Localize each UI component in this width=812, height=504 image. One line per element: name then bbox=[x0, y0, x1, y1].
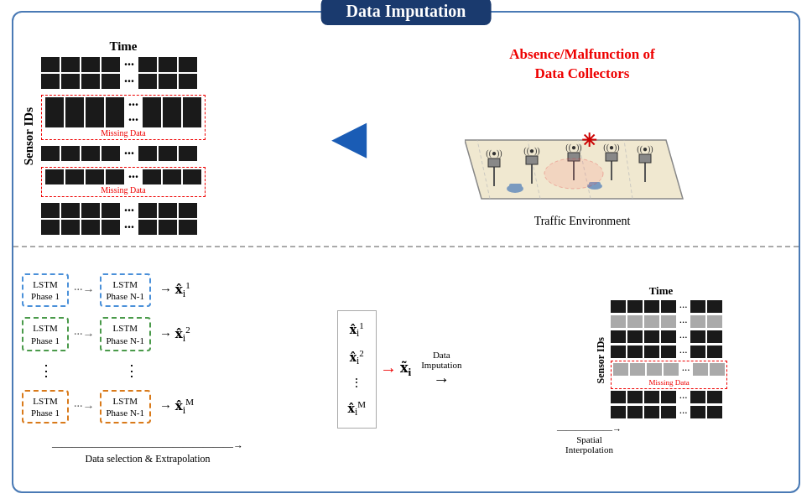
cell bbox=[143, 169, 161, 184]
lstm-row-1: LSTMPhase 1 ···→ LSTMPhase N-1 → x̂i1 bbox=[22, 273, 273, 308]
cell bbox=[81, 74, 100, 89]
result-cell bbox=[661, 330, 676, 343]
lstm-box-blue-n1: LSTMPhase N-1 bbox=[100, 273, 152, 308]
svg-text:✳: ✳ bbox=[581, 130, 597, 151]
dots: ··· bbox=[124, 203, 134, 218]
xhat-1-label: → x̂i1 bbox=[159, 280, 190, 300]
result-matrix-row-gray: ··· bbox=[611, 315, 728, 329]
cell bbox=[41, 146, 60, 161]
result-cell bbox=[690, 300, 705, 313]
cell bbox=[138, 57, 157, 72]
cell bbox=[102, 74, 120, 89]
result-cell bbox=[690, 346, 705, 358]
data-imputation-arrow: DataImputation → bbox=[421, 350, 461, 389]
cell bbox=[86, 97, 104, 112]
cell bbox=[179, 74, 197, 89]
traffic-label: Traffic Environment bbox=[534, 215, 631, 228]
result-matrix: ··· ··· bbox=[611, 300, 728, 421]
lstm-arrow-icon: ···→ bbox=[74, 283, 95, 297]
result-cell bbox=[707, 406, 722, 418]
result-cell bbox=[611, 300, 626, 313]
vertical-dots: ⋮ ⋮ bbox=[22, 361, 273, 380]
cell bbox=[183, 97, 201, 112]
cell bbox=[138, 74, 157, 89]
matrix-row: ··· bbox=[45, 112, 201, 127]
cell bbox=[102, 146, 120, 161]
missing-data-row-2: ··· Missing Data bbox=[41, 167, 206, 197]
cell bbox=[61, 203, 80, 218]
spatial-interp-label: ——————→ SpatialInterpolation bbox=[557, 424, 622, 455]
top-matrix: ··· ··· bbox=[41, 57, 206, 235]
cell bbox=[106, 97, 124, 112]
result-matrix-row: ··· bbox=[611, 406, 728, 419]
cell bbox=[138, 146, 157, 161]
cell bbox=[81, 146, 100, 161]
arrow-to-xtilde: → bbox=[380, 360, 397, 379]
result-cell bbox=[627, 346, 643, 358]
result-cell bbox=[644, 300, 659, 313]
result-cell-gray bbox=[710, 363, 725, 376]
xhat-2-label: → x̂i2 bbox=[159, 325, 190, 345]
result-cell bbox=[707, 300, 722, 313]
dots: ··· bbox=[679, 346, 688, 359]
data-imputation-label: DataImputation bbox=[421, 350, 461, 370]
interpolation-row: x̂i1 x̂i2 ⋮ x̂iM → x̃i DataImputation → bbox=[273, 256, 532, 483]
cell bbox=[41, 220, 60, 235]
xhat-column: x̂i1 x̂i2 ⋮ x̂iM → x̃i bbox=[337, 310, 412, 428]
cell bbox=[138, 220, 157, 235]
cell bbox=[183, 112, 201, 127]
result-matrix-row: ··· bbox=[611, 346, 728, 359]
result-cell bbox=[644, 346, 659, 358]
dots: ··· bbox=[124, 146, 134, 161]
cell bbox=[159, 220, 177, 235]
dots: ··· bbox=[128, 97, 138, 112]
matrix-row: ··· bbox=[41, 146, 206, 161]
cell bbox=[106, 112, 124, 127]
result-missing-label: Missing Data bbox=[613, 378, 726, 387]
cell bbox=[159, 203, 177, 218]
result-cell bbox=[611, 406, 626, 418]
result-matrix-row: ··· bbox=[611, 300, 728, 314]
dots: ··· bbox=[124, 220, 134, 235]
cell bbox=[106, 169, 124, 184]
dots: ··· bbox=[679, 391, 688, 404]
result-cell bbox=[611, 391, 626, 403]
result-sensor-ids-label: Sensor IDs bbox=[595, 337, 607, 383]
main-arrow: ◀ bbox=[324, 36, 374, 237]
lstm-box-green-1: LSTMPhase 1 bbox=[22, 317, 69, 351]
page-title: Data Imputation bbox=[321, 0, 492, 25]
svg-rect-16 bbox=[606, 153, 617, 161]
matrix-row: ··· bbox=[41, 74, 206, 89]
result-cell bbox=[644, 406, 659, 418]
cell bbox=[179, 203, 197, 218]
cell bbox=[45, 97, 64, 112]
cell bbox=[183, 169, 201, 184]
result-cell-gray bbox=[661, 315, 676, 328]
cell bbox=[102, 220, 120, 235]
result-cell-gray bbox=[644, 315, 659, 328]
cell bbox=[86, 112, 104, 127]
lstm-box-blue-1: LSTMPhase 1 bbox=[22, 273, 69, 308]
cell bbox=[159, 74, 177, 89]
absence-label: Absence/Malfunction of Data Collectors bbox=[509, 45, 654, 82]
missing-data-label: Missing Data bbox=[45, 128, 201, 138]
cell bbox=[41, 57, 60, 72]
lstm-box-orange-1: LSTMPhase 1 bbox=[22, 390, 69, 424]
result-cell bbox=[627, 406, 643, 418]
cell bbox=[61, 220, 80, 235]
dots: ··· bbox=[679, 406, 688, 419]
svg-text:((●)): ((●)) bbox=[603, 143, 619, 153]
lstm-box-green-n1: LSTMPhase N-1 bbox=[100, 317, 152, 351]
cell bbox=[143, 112, 161, 127]
dots: ··· bbox=[679, 315, 688, 329]
lstm-row-2: LSTMPhase 1 ···→ LSTMPhase N-1 → x̂i2 bbox=[22, 317, 273, 351]
right-arrow-icon: → bbox=[433, 370, 450, 389]
sensor-ids-label: Sensor IDs bbox=[22, 107, 36, 165]
cell bbox=[138, 203, 157, 218]
top-section: Sensor IDs Time ··· bbox=[13, 13, 799, 247]
result-cell-gray bbox=[664, 363, 679, 376]
result-cell bbox=[707, 346, 722, 358]
svg-text:((●)): ((●)) bbox=[637, 144, 653, 154]
cell bbox=[65, 169, 84, 184]
result-cell-gray bbox=[627, 315, 643, 328]
